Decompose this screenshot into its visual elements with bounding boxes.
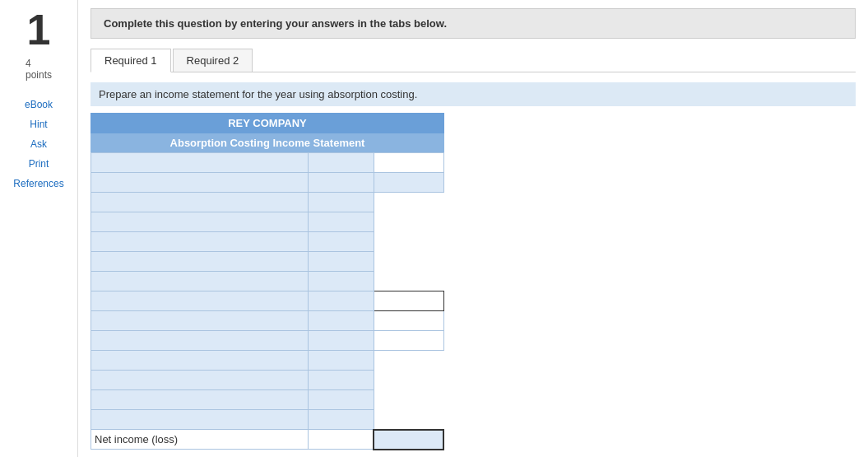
row4-label[interactable] bbox=[91, 212, 309, 232]
row9-amount2[interactable] bbox=[374, 311, 443, 331]
row5-amount1[interactable] bbox=[309, 232, 374, 252]
table-row bbox=[91, 272, 444, 291]
row10-amount1[interactable] bbox=[309, 331, 374, 351]
statement-title: Absorption Costing Income Statement bbox=[91, 133, 444, 152]
main-content: Complete this question by entering your … bbox=[78, 0, 868, 457]
tab-required2[interactable]: Required 2 bbox=[173, 49, 253, 72]
row8-amount2[interactable] bbox=[374, 291, 443, 311]
sidebar: 1 4 points eBook Hint Ask Print Referenc… bbox=[0, 0, 78, 457]
row8-label[interactable] bbox=[91, 291, 309, 311]
row6-amount1[interactable] bbox=[309, 252, 374, 272]
references-link[interactable]: References bbox=[8, 176, 68, 191]
sub-instruction: Prepare an income statement for the year… bbox=[91, 82, 856, 106]
table-row bbox=[91, 232, 444, 252]
ebook-link[interactable]: eBook bbox=[20, 97, 58, 112]
table-row bbox=[91, 371, 444, 390]
row9-label[interactable] bbox=[91, 311, 309, 331]
table-row bbox=[91, 212, 444, 232]
row14-label[interactable] bbox=[91, 410, 309, 430]
row12-label[interactable] bbox=[91, 371, 309, 390]
table-row bbox=[91, 252, 444, 272]
instruction-text: Complete this question by entering your … bbox=[104, 17, 447, 30]
row10-label[interactable] bbox=[91, 331, 309, 351]
question-number: 1 bbox=[27, 8, 51, 51]
row7-amount1[interactable] bbox=[309, 272, 374, 291]
row13-label[interactable] bbox=[91, 390, 309, 410]
row14-amount1[interactable] bbox=[309, 410, 374, 430]
row2-label[interactable] bbox=[91, 173, 309, 193]
row2-amount1[interactable] bbox=[309, 173, 374, 193]
table-row bbox=[91, 351, 444, 371]
row2-amount2[interactable] bbox=[374, 173, 443, 193]
row1-amount1[interactable] bbox=[309, 153, 374, 173]
row3-label[interactable] bbox=[91, 193, 309, 212]
row7-label[interactable] bbox=[91, 272, 309, 291]
print-link[interactable]: Print bbox=[24, 156, 54, 171]
table-row bbox=[91, 390, 444, 410]
row12-amount1[interactable] bbox=[309, 371, 374, 390]
row3-amount1[interactable] bbox=[309, 193, 374, 212]
table-row bbox=[91, 410, 444, 430]
row13-amount1[interactable] bbox=[309, 390, 374, 410]
net-income-row: Net income (loss) bbox=[91, 430, 444, 450]
row11-label[interactable] bbox=[91, 351, 309, 371]
row6-label[interactable] bbox=[91, 252, 309, 272]
points-display: 4 points bbox=[26, 58, 52, 81]
table-row bbox=[91, 153, 444, 173]
row1-label[interactable] bbox=[91, 153, 309, 173]
table-row bbox=[91, 173, 444, 193]
table-row bbox=[91, 311, 444, 331]
row10-amount2[interactable] bbox=[374, 331, 443, 351]
net-income-amount2[interactable] bbox=[374, 430, 443, 450]
row4-amount1[interactable] bbox=[309, 212, 374, 232]
row8-amount1[interactable] bbox=[309, 291, 374, 311]
ask-link[interactable]: Ask bbox=[26, 137, 52, 152]
statement-table: Net income (loss) bbox=[91, 152, 444, 450]
sidebar-links: eBook Hint Ask Print References bbox=[0, 97, 77, 191]
net-income-label: Net income (loss) bbox=[91, 430, 309, 450]
income-statement: REY COMPANY Absorption Costing Income St… bbox=[91, 113, 444, 450]
row5-label[interactable] bbox=[91, 232, 309, 252]
row9-amount1[interactable] bbox=[309, 311, 374, 331]
table-row bbox=[91, 291, 444, 311]
tabs-container: Required 1 Required 2 bbox=[91, 49, 856, 72]
row1-amount2[interactable] bbox=[374, 153, 443, 173]
row11-amount1[interactable] bbox=[309, 351, 374, 371]
table-row bbox=[91, 331, 444, 351]
company-name: REY COMPANY bbox=[91, 113, 444, 133]
net-income-amount1[interactable] bbox=[309, 430, 374, 450]
hint-link[interactable]: Hint bbox=[25, 117, 52, 132]
instruction-banner: Complete this question by entering your … bbox=[91, 8, 856, 39]
tab-required1[interactable]: Required 1 bbox=[91, 49, 171, 72]
table-row bbox=[91, 193, 444, 212]
